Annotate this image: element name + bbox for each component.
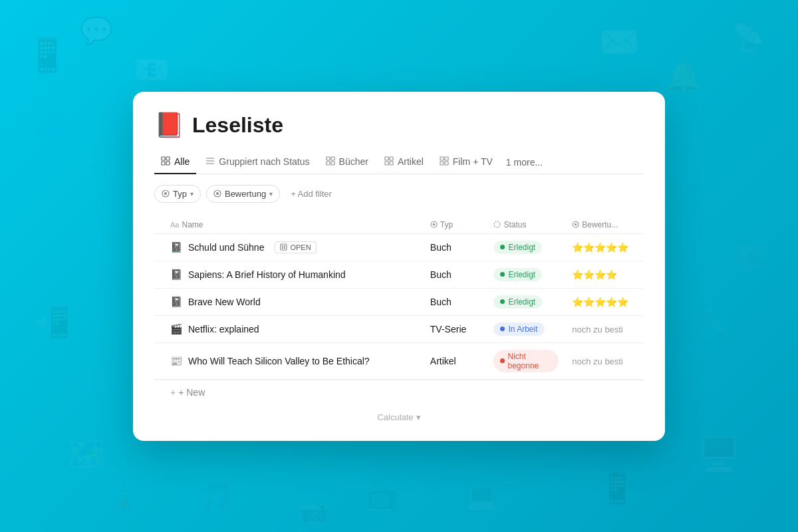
- name-cell: 📓Schuld und Sühne OPEN: [170, 241, 417, 253]
- tab-alle-icon: [161, 156, 170, 168]
- row-typ: Buch: [424, 233, 487, 261]
- rating-pending: noch zu besti: [572, 356, 623, 366]
- status-badge: Erledigt: [493, 241, 542, 254]
- filter-typ-icon: [162, 190, 170, 198]
- svg-text:🌐: 🌐: [33, 108, 66, 140]
- filter-typ[interactable]: Typ ▾: [154, 185, 201, 203]
- tab-artikel-label: Artikel: [398, 156, 424, 167]
- svg-rect-21: [166, 162, 170, 165]
- svg-rect-24: [206, 163, 214, 164]
- tab-artikel-icon: [384, 156, 394, 168]
- tab-alle[interactable]: Alle: [154, 151, 196, 174]
- tab-buecher-label: Bücher: [339, 156, 368, 167]
- svg-rect-18: [162, 157, 165, 160]
- row-name: Who Will Teach Silicon Valley to Be Ethi…: [188, 356, 370, 366]
- col-bewertung-icon: [572, 221, 579, 228]
- row-status: Erledigt: [487, 288, 565, 315]
- table-row[interactable]: 📓Sapiens: A Brief History of HumankindBu…: [154, 261, 644, 288]
- svg-text:🖥️: 🖥️: [698, 434, 740, 474]
- row-icon: 📓: [170, 296, 183, 308]
- filter-bewertung-icon: [213, 190, 221, 198]
- data-table: Aa Name Typ: [154, 216, 644, 380]
- row-bewertung: ⭐⭐⭐⭐: [565, 261, 644, 288]
- svg-rect-35: [440, 162, 444, 165]
- svg-text:📱: 📱: [598, 471, 636, 507]
- page-header: 📕 Leseliste: [154, 113, 644, 138]
- table-row[interactable]: 📓Schuld und Sühne OPENBuchErledigt⭐⭐⭐⭐⭐: [154, 233, 644, 261]
- row-typ: Artikel: [424, 342, 487, 379]
- filter-bar: Typ ▾ Bewertung ▾ + Add filter: [154, 185, 644, 203]
- col-typ-icon: [430, 221, 438, 228]
- rating-pending: noch zu besti: [572, 325, 623, 334]
- col-name-prefix: Aa: [170, 221, 179, 229]
- svg-rect-30: [390, 157, 393, 160]
- tab-bar: Alle Gruppiert nach Status: [154, 151, 644, 174]
- svg-text:📲: 📲: [33, 305, 71, 340]
- name-cell: 🎬Netflix: explained: [170, 323, 417, 335]
- row-name: Schuld und Sühne: [188, 242, 264, 253]
- svg-point-38: [164, 192, 167, 195]
- tab-more[interactable]: 1 more...: [502, 152, 547, 173]
- svg-text:🗼: 🗼: [106, 480, 140, 512]
- row-typ: Buch: [424, 261, 487, 288]
- tab-artikel[interactable]: Artikel: [378, 151, 430, 174]
- svg-rect-47: [282, 245, 283, 247]
- row-status: Erledigt: [487, 261, 565, 288]
- filter-bewertung[interactable]: Bewertung ▾: [206, 185, 280, 203]
- status-badge: Erledigt: [493, 295, 542, 309]
- table-row[interactable]: 📰Who Will Teach Silicon Valley to Be Eth…: [154, 342, 644, 379]
- table-row[interactable]: 🎬Netflix: explainedTV-SerieIn Arbeitnoch…: [154, 315, 644, 342]
- svg-rect-19: [166, 157, 170, 160]
- col-header-bewertung: Bewertu...: [565, 216, 644, 234]
- add-filter-button[interactable]: + Add filter: [285, 186, 337, 202]
- filter-typ-chevron: ▾: [190, 190, 194, 198]
- tab-film-tv[interactable]: Film + TV: [433, 151, 499, 174]
- svg-text:🎵: 🎵: [200, 480, 233, 512]
- plus-icon: +: [170, 387, 176, 398]
- svg-text:📱: 📱: [27, 35, 68, 75]
- svg-text:🔔: 🔔: [665, 59, 703, 94]
- svg-text:📷: 📷: [299, 497, 329, 525]
- row-name: Sapiens: A Brief History of Humankind: [188, 269, 346, 280]
- tab-gruppiert[interactable]: Gruppiert nach Status: [199, 151, 316, 174]
- new-row-button[interactable]: + + New: [154, 380, 644, 404]
- svg-rect-27: [327, 162, 330, 165]
- name-cell: 📓Sapiens: A Brief History of Humankind: [170, 269, 417, 281]
- status-dot: [500, 272, 505, 277]
- table-row[interactable]: 📓Brave New WorldBuchErledigt⭐⭐⭐⭐⭐: [154, 288, 644, 315]
- svg-rect-31: [385, 162, 388, 165]
- filter-bewertung-label: Bewertung: [225, 189, 266, 199]
- status-badge: Erledigt: [493, 268, 542, 281]
- tab-buecher[interactable]: Bücher: [319, 151, 375, 174]
- svg-rect-26: [331, 157, 334, 160]
- svg-point-45: [575, 223, 577, 226]
- tab-film-tv-label: Film + TV: [453, 156, 493, 167]
- svg-rect-32: [390, 162, 393, 165]
- row-status: Nicht begonne: [487, 342, 565, 379]
- svg-text:⚙️: ⚙️: [732, 238, 769, 274]
- status-dot: [500, 327, 505, 331]
- svg-text:🗺️: 🗺️: [66, 434, 108, 474]
- svg-rect-34: [445, 157, 448, 160]
- row-bewertung: ⭐⭐⭐⭐⭐: [565, 233, 644, 261]
- svg-point-43: [494, 221, 500, 227]
- col-header-status: Status: [487, 216, 565, 234]
- svg-point-42: [433, 223, 436, 226]
- row-typ: TV-Serie: [424, 315, 487, 342]
- main-card: 📕 Leseliste Alle: [133, 92, 665, 441]
- svg-rect-46: [281, 244, 287, 250]
- svg-rect-49: [282, 247, 283, 249]
- open-badge[interactable]: OPEN: [275, 241, 316, 253]
- svg-text:💻: 💻: [466, 480, 499, 512]
- status-dot: [500, 245, 505, 249]
- status-badge: Nicht begonne: [493, 350, 559, 372]
- tab-buecher-icon: [326, 156, 335, 168]
- svg-text:📧: 📧: [133, 52, 171, 88]
- page-title: Leseliste: [192, 113, 283, 138]
- rating-stars: ⭐⭐⭐⭐⭐: [572, 297, 628, 307]
- tab-alle-label: Alle: [174, 156, 190, 167]
- calculate-footer[interactable]: Calculate ▾: [154, 404, 644, 425]
- svg-text:📺: 📺: [366, 480, 399, 512]
- rating-stars: ⭐⭐⭐⭐⭐: [572, 242, 628, 253]
- col-status-label: Status: [503, 220, 526, 229]
